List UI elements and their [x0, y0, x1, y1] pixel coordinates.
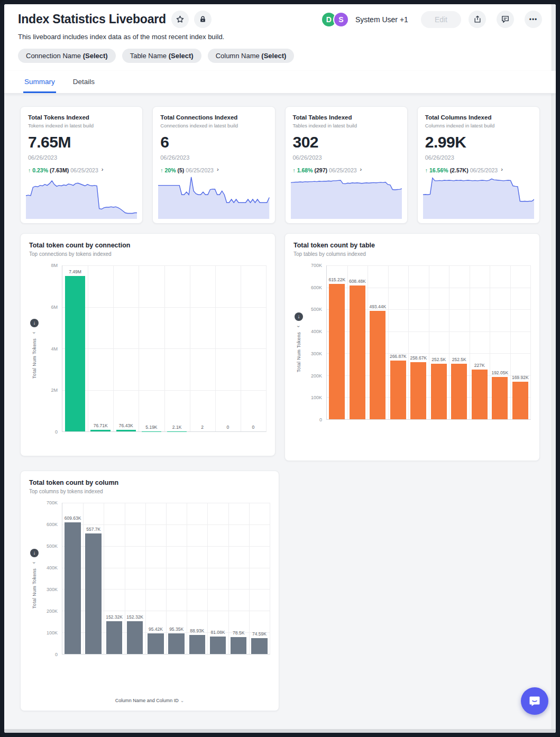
y-axis-label[interactable]: Total Num Tokens: [32, 568, 37, 609]
bar[interactable]: [189, 635, 206, 654]
x-axis-label[interactable]: Column Name and Column ID⌄: [29, 695, 270, 704]
kpi-card-total-connections: Total Connections Indexed Connections in…: [152, 106, 275, 224]
bar[interactable]: [127, 621, 143, 654]
y-tick-label: 4M: [51, 346, 58, 352]
bar[interactable]: [148, 633, 164, 654]
avatar[interactable]: S: [333, 12, 349, 27]
bar[interactable]: [410, 362, 426, 419]
author-avatars: D S: [321, 12, 349, 27]
kpi-title: Total Columns Indexed: [425, 114, 532, 121]
sort-descending-button[interactable]: ↓: [30, 319, 39, 327]
y-axis-label[interactable]: Total Num Tokens: [296, 332, 301, 372]
bar[interactable]: [116, 430, 136, 431]
tab-summary[interactable]: Summary: [23, 71, 56, 93]
edit-button[interactable]: Edit: [421, 11, 461, 28]
kpi-date: 06/26/2023: [425, 154, 532, 161]
lock-permissions-button[interactable]: [194, 11, 212, 28]
kpi-sparkline[interactable]: [158, 172, 269, 219]
bar[interactable]: [492, 377, 508, 419]
kpi-drill-chevron-icon[interactable]: ›: [217, 166, 219, 172]
kpi-drill-chevron-icon[interactable]: ›: [360, 166, 362, 172]
bar-value-label: 493.44K: [365, 304, 390, 309]
chart-subtitle: Top tables by columns indexed: [293, 251, 531, 257]
bar-column: 152.32K: [125, 503, 145, 654]
bar-value-label: 152.32K: [123, 614, 148, 620]
bar-column: 7.49M: [62, 265, 88, 431]
charts-row: Total token count by connection Top conn…: [20, 233, 540, 461]
tab-bar: Summary Details: [4, 71, 556, 94]
bar[interactable]: [251, 638, 268, 654]
bar-column: 81.08K: [207, 503, 228, 654]
bar-value-label: 169.92K: [508, 375, 533, 380]
bar-column: 74.59K: [249, 503, 270, 654]
kpi-sparkline[interactable]: [423, 172, 534, 219]
filter-chip-connection-name[interactable]: Connection Name (Select): [18, 49, 116, 63]
bar[interactable]: [90, 430, 111, 431]
chart-title: Total token count by connection: [29, 242, 267, 249]
y-tick-label: 0: [55, 429, 58, 435]
lock-icon: [199, 15, 207, 23]
bar[interactable]: [350, 285, 365, 419]
comments-button[interactable]: [497, 11, 514, 28]
liveboard-app: Index Statistics Liveboard D S System Us…: [4, 4, 556, 733]
y-tick-label: 500K: [311, 307, 322, 312]
y-tick-label: 0: [319, 417, 322, 422]
bar-column: 76.71K: [88, 265, 113, 431]
share-button[interactable]: [469, 11, 486, 28]
more-menu-button[interactable]: •••: [525, 11, 542, 28]
liveboard-description: This liveboard includes index data as of…: [18, 33, 542, 41]
bar[interactable]: [390, 361, 406, 419]
kpi-drill-chevron-icon[interactable]: ›: [501, 166, 503, 172]
star-icon: [176, 15, 185, 24]
bar[interactable]: [431, 364, 447, 419]
y-axis-label-zone: ↓ › Total Num Tokens: [29, 265, 40, 432]
tab-details[interactable]: Details: [72, 71, 96, 93]
bar-column: 95.35K: [166, 503, 187, 654]
liveboard-content: Total Tokens Indexed Tokens indexed in l…: [4, 94, 556, 716]
bar-column: 608.48K: [347, 265, 368, 419]
scrollbar[interactable]: [552, 4, 556, 733]
filter-chip-table-name[interactable]: Table Name (Select): [122, 49, 201, 63]
bar-value-label: 252.5K: [447, 357, 471, 362]
bar[interactable]: [231, 637, 247, 654]
chevron-icon: ›: [32, 562, 38, 564]
kpi-row: Total Tokens Indexed Tokens indexed in l…: [20, 106, 540, 224]
caret-down-icon: ⌄: [180, 698, 185, 703]
bar[interactable]: [451, 364, 467, 419]
bar[interactable]: [85, 533, 102, 654]
sort-descending-button[interactable]: ↓: [30, 549, 39, 557]
filter-bar: Connection Name (Select) Table Name (Sel…: [18, 49, 542, 71]
window-frame: Index Statistics Liveboard D S System Us…: [0, 0, 560, 737]
bar[interactable]: [106, 621, 123, 654]
kpi-drill-chevron-icon[interactable]: ›: [102, 166, 104, 172]
bar[interactable]: [210, 637, 226, 654]
bar[interactable]: [65, 276, 85, 431]
favorite-star-button[interactable]: [171, 11, 189, 28]
chat-bubble-icon: [528, 694, 541, 708]
bar-column: 88.93K: [187, 503, 207, 654]
y-tick-label: 400K: [311, 329, 322, 334]
bar[interactable]: [472, 370, 488, 419]
bar[interactable]: [370, 311, 385, 419]
y-tick-label: 6M: [51, 305, 58, 310]
bar-column: 615.22K: [327, 265, 347, 419]
bar[interactable]: [168, 633, 185, 654]
kpi-subtitle: Tokens indexed in latest build: [28, 123, 135, 128]
bar[interactable]: [512, 382, 528, 419]
kpi-card-total-tables: Total Tables Indexed Tables indexed in l…: [285, 106, 408, 224]
bar-value-label: 0: [238, 425, 269, 430]
bar-value-label: 227K: [467, 363, 492, 368]
kpi-sparkline[interactable]: [26, 172, 137, 219]
bar[interactable]: [329, 284, 345, 419]
bar[interactable]: [65, 522, 81, 654]
bar-column: 493.44K: [368, 265, 388, 419]
page-title: Index Statistics Liveboard: [18, 12, 166, 26]
kpi-title: Total Tokens Indexed: [28, 114, 135, 121]
sort-descending-button[interactable]: ↓: [295, 312, 303, 321]
chat-help-fab-button[interactable]: [521, 687, 548, 715]
bar-column: 0: [215, 265, 241, 431]
kpi-sparkline[interactable]: [291, 172, 402, 219]
y-axis-label[interactable]: Total Num Tokens: [32, 338, 37, 379]
bar-column: 78.5K: [228, 503, 249, 654]
filter-chip-column-name[interactable]: Column Name (Select): [208, 49, 295, 63]
